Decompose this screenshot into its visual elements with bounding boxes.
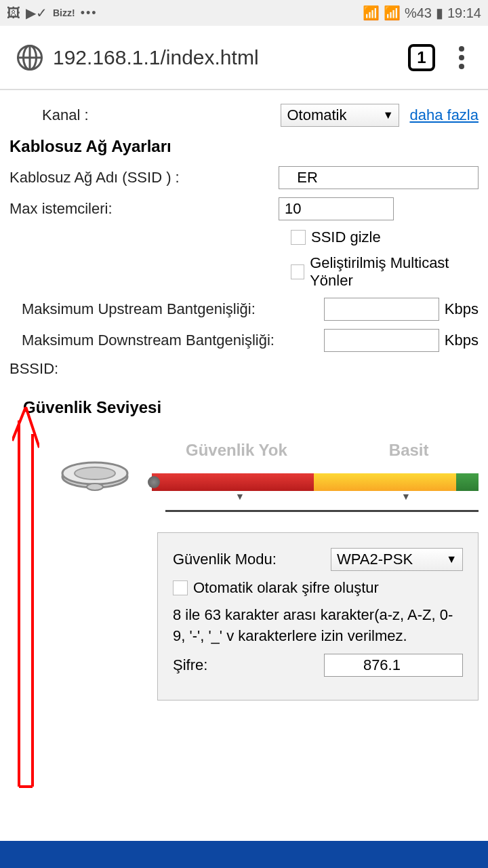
- multicast-checkbox[interactable]: [291, 264, 304, 279]
- url-text[interactable]: 192.168.1.1/index.html: [53, 46, 408, 69]
- more-dots-icon: •••: [81, 6, 98, 20]
- battery-icon: ▮: [436, 5, 443, 21]
- max-up-label: Maksimum Upstream Bantgenişliği:: [22, 300, 256, 318]
- annotation-arrow: [12, 407, 39, 800]
- globe-icon: [17, 45, 43, 71]
- hide-ssid-checkbox[interactable]: [291, 230, 306, 245]
- wifi-icon: 📶: [363, 5, 380, 21]
- browser-bar: 192.168.1.1/index.html 1: [0, 26, 488, 90]
- max-up-input[interactable]: [324, 298, 439, 321]
- security-none-label: Güvenlik Yok: [186, 441, 287, 460]
- channel-select[interactable]: Otomatik ▼: [281, 104, 399, 127]
- more-link[interactable]: daha fazla: [409, 106, 479, 124]
- password-input[interactable]: [324, 654, 463, 677]
- divider: [165, 510, 479, 512]
- gallery-icon: 🖼: [7, 5, 20, 21]
- security-mode-select[interactable]: WPA2-PSK ▼: [331, 548, 463, 571]
- auto-password-checkbox[interactable]: [173, 580, 188, 595]
- footer-bar: [0, 841, 488, 868]
- security-slider[interactable]: ▼ ▼: [152, 473, 479, 491]
- max-clients-input[interactable]: [279, 197, 394, 220]
- auto-password-label: Otomatik olarak şifre oluştur: [193, 579, 379, 597]
- security-mode-label: Güvenlik Modu:: [173, 551, 277, 568]
- security-basic-label: Basit: [389, 441, 429, 460]
- max-clients-label: Max istemcileri:: [9, 200, 113, 218]
- max-down-label: Maksimum Downstream Bantgenişliği:: [22, 332, 274, 349]
- router-icon: [58, 446, 132, 501]
- kbps-unit-down: Kbps: [445, 332, 479, 349]
- status-bar: 🖼 ▶✓ Bizz! ••• 📶 📶 %43 ▮ 19:14: [0, 0, 488, 26]
- channel-label: Kanal :: [42, 106, 89, 124]
- security-settings-box: Güvenlik Modu: WPA2-PSK ▼ Otomatik olara…: [157, 532, 479, 701]
- hide-ssid-label: SSID gizle: [311, 229, 381, 246]
- svg-point-2: [75, 467, 115, 479]
- bizz-label: Bizz!: [53, 7, 75, 18]
- wireless-section-title: Kablosuz Ağ Ayarları: [9, 137, 479, 156]
- kbps-unit-up: Kbps: [445, 300, 479, 318]
- bssid-label: BSSID:: [9, 360, 58, 378]
- menu-button[interactable]: [452, 46, 471, 69]
- clock: 19:14: [447, 5, 481, 21]
- password-label: Şifre:: [173, 656, 207, 674]
- chevron-down-icon: ▼: [446, 553, 457, 566]
- security-title: Güvenlik Seviyesi: [23, 398, 479, 417]
- multicast-label: Geliştirilmiş Multicast Yönler: [310, 254, 479, 290]
- signal-icon: 📶: [384, 5, 401, 21]
- svg-point-3: [87, 484, 103, 490]
- chevron-down-icon: ▼: [383, 109, 394, 121]
- play-icon: ▶✓: [26, 5, 47, 21]
- ssid-label: Kablosuz Ağ Adı (SSID ) :: [9, 169, 180, 186]
- battery-pct: %43: [405, 5, 432, 21]
- tab-count-button[interactable]: 1: [408, 44, 435, 71]
- ssid-input[interactable]: [279, 166, 479, 189]
- password-hint: 8 ile 63 karakter arası karakter(a-z, A-…: [173, 605, 463, 647]
- max-down-input[interactable]: [324, 329, 439, 352]
